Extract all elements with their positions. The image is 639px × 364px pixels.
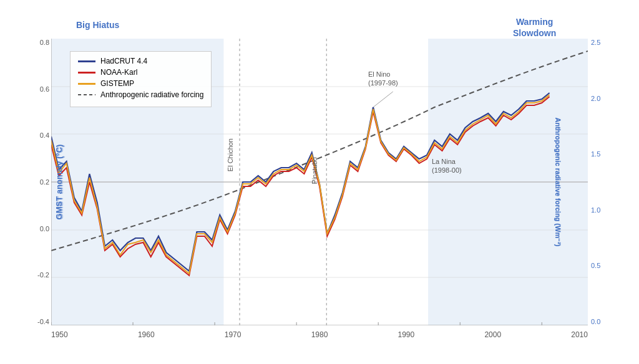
y-right-00: 0.0 xyxy=(591,318,607,325)
chart-legend: HadCRUT 4.4 NOAA-Karl GISTEMP Anthropoge… xyxy=(70,51,212,107)
legend-gistemp-label: GISTEMP xyxy=(100,79,134,88)
legend-noaa-label: NOAA-Karl xyxy=(100,68,137,77)
legend-forcing: Anthropogenic radiative forcing xyxy=(78,90,203,99)
y-axis-right-labels: 2.5 2.0 1.5 1.0 0.5 0.0 xyxy=(591,39,607,325)
x-axis-labels: 1950 1960 1970 1980 1990 2000 2010 xyxy=(51,330,588,339)
x-label-1960: 1960 xyxy=(138,330,155,339)
legend-hadcrut: HadCRUT 4.4 xyxy=(78,57,203,65)
legend-noaa: NOAA-Karl xyxy=(78,68,203,77)
y-left-06: 0.6 xyxy=(36,85,49,93)
el-nino-label: El Nino(1997-98) xyxy=(368,70,398,88)
y-left-02: 0.2 xyxy=(36,178,49,186)
legend-noaa-line xyxy=(78,72,95,74)
x-label-1980: 1980 xyxy=(311,330,328,339)
warming-line1: Warming xyxy=(516,17,553,27)
y-label-right: Anthropogenic radiative forcing (Wm⁻²) xyxy=(554,117,562,246)
y-right-10: 1.0 xyxy=(591,206,607,214)
y-label-left: GMST anomaly (°C) xyxy=(54,145,64,220)
y-left-m02: -0.2 xyxy=(36,271,49,279)
x-label-2010: 2010 xyxy=(571,330,588,339)
x-label-1970: 1970 xyxy=(225,330,241,339)
y-right-20: 2.0 xyxy=(591,95,607,102)
y-left-m04: -0.4 xyxy=(36,318,49,325)
chart-container: GMST anomaly (°C) Anthropogenic radiativ… xyxy=(14,7,625,357)
x-label-1990: 1990 xyxy=(398,330,415,339)
el-chichon-label: El Chichon xyxy=(227,138,234,171)
la-nina-label: La Nina(1998-00) xyxy=(432,157,462,175)
y-right-25: 2.5 xyxy=(591,39,607,46)
pinatubo-label: Pinatubo xyxy=(311,157,318,184)
legend-hadcrut-label: HadCRUT 4.4 xyxy=(100,57,147,65)
y-left-04: 0.4 xyxy=(36,132,49,139)
legend-gistemp: GISTEMP xyxy=(78,79,203,88)
x-label-1950: 1950 xyxy=(51,330,68,339)
legend-gistemp-line xyxy=(78,83,95,85)
y-right-05: 0.5 xyxy=(591,262,607,269)
y-left-00: 0.0 xyxy=(36,225,49,232)
big-hiatus-label: Big Hiatus xyxy=(76,20,119,30)
y-axis-left-labels: 0.8 0.6 0.4 0.2 0.0 -0.2 -0.4 xyxy=(36,39,49,325)
svg-line-17 xyxy=(373,92,393,107)
legend-hadcrut-line xyxy=(78,60,95,62)
warming-line2: Slowdown xyxy=(513,28,556,38)
x-label-2000: 2000 xyxy=(484,330,501,339)
legend-forcing-label: Anthropogenic radiative forcing xyxy=(100,90,203,99)
y-left-08: 0.8 xyxy=(36,39,49,46)
legend-forcing-line xyxy=(78,94,95,95)
warming-slowdown-label: Warming Slowdown xyxy=(513,16,556,39)
y-right-15: 1.5 xyxy=(591,150,607,158)
